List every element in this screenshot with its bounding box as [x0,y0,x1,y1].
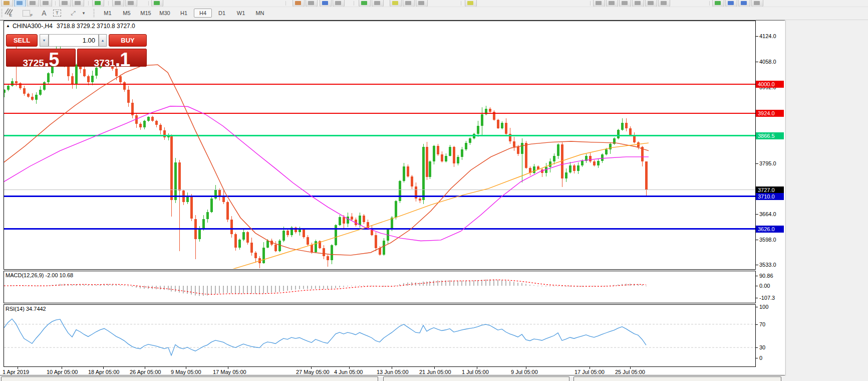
unknown-toolbar-icon[interactable] [359,0,371,7]
unknown-toolbar-icon[interactable] [403,0,415,7]
toolbar-separator [285,1,286,6]
toolbar-separator [461,1,461,6]
styles-dropdown[interactable]: ▾ [80,8,87,19]
unknown-toolbar-icon[interactable] [151,0,163,7]
rsi-tick-mark [756,307,758,307]
unknown-toolbar-icon[interactable] [632,0,644,7]
unknown-toolbar-icon[interactable] [59,0,71,7]
icon-tint [308,1,314,5]
unknown-toolbar-icon[interactable] [645,0,657,7]
unknown-toolbar-icon[interactable] [658,0,670,7]
timeframe-button-mn[interactable]: MN [251,9,269,18]
unknown-toolbar-icon[interactable] [72,0,84,7]
text-label-tool[interactable]: A [39,8,49,19]
workspace-background [785,20,868,376]
unknown-toolbar-icon[interactable] [416,0,428,7]
macd-tick-mark [756,286,758,286]
unknown-toolbar-icon[interactable] [738,0,750,7]
timeframe-button-w1[interactable]: W1 [232,9,250,18]
unknown-toolbar-icon[interactable] [14,0,26,7]
macd-pane[interactable] [4,271,756,303]
crayons-icon [4,8,13,16]
toolbar-drag-handle[interactable] [1,9,3,17]
icon-tint [295,1,301,5]
icon-tint [17,1,23,5]
chart-title: ▲CHINA300-,H43718.8 3729.2 3710.8 3727.0 [6,23,135,30]
graphic-objects-icon[interactable]: E [4,8,17,19]
icon-tint [361,1,367,5]
unknown-toolbar-icon[interactable] [593,0,605,7]
ohlc-values: 3718.8 3729.2 3710.8 3727.0 [57,23,135,30]
price-level-tag: 3626.0 [756,226,784,233]
unknown-toolbar-icon[interactable] [320,0,332,7]
price-tick-mark [756,240,758,240]
text-box-tool[interactable]: T [51,8,63,19]
object-styles-tool[interactable]: ⤢ [67,8,79,19]
unknown-toolbar-icon[interactable] [619,0,631,7]
timeframe-button-h1[interactable]: H1 [175,9,193,18]
unknown-toolbar-icon[interactable] [725,0,737,7]
icon-tint [741,1,747,5]
unknown-toolbar-icon[interactable] [372,0,384,7]
minimized-window-edge[interactable] [1,376,378,381]
rsi-tick-label: 30 [759,344,765,351]
timeframe-button-m30[interactable]: M30 [156,9,174,18]
timeframe-button-m5[interactable]: M5 [118,9,136,18]
toolbar-drag-handle[interactable] [93,9,95,17]
volume-increase-button[interactable]: ▲ [99,34,107,47]
unknown-toolbar-icon[interactable] [606,0,618,7]
unknown-toolbar-icon[interactable] [293,0,305,7]
icon-tint [128,1,134,5]
unknown-toolbar-icon[interactable] [751,0,763,7]
volume-decrease-button[interactable]: ▼ [40,34,49,47]
unknown-toolbar-icon[interactable] [112,0,124,7]
macd-tick-label: 0.00 [759,283,770,289]
minimized-window-edge[interactable] [573,376,781,381]
icon-tint [115,1,121,5]
icon-tint [661,1,667,5]
unknown-toolbar-icon[interactable] [712,0,724,7]
date-tick-mark [392,367,392,369]
rsi-pane[interactable] [4,304,756,367]
style-arrows-icon: ⤢ [71,10,76,17]
icon-tint [467,1,473,5]
grid-tool-icon[interactable]: F [21,8,34,19]
minimized-window-edge[interactable] [383,376,569,381]
date-label: 1 Jul 05:00 [462,369,489,375]
unknown-toolbar-icon[interactable] [27,0,39,7]
price-tick-label: 3533.0 [759,261,776,268]
collapse-triangle-icon[interactable]: ▲ [6,24,10,28]
buy-button[interactable]: BUY [109,34,147,47]
unknown-toolbar-icon[interactable] [40,0,52,7]
rsi-name: RSI(14) [6,306,25,312]
timeframe-button-h4[interactable]: H4 [194,9,212,18]
rsi-tick-mark [756,324,758,325]
unknown-toolbar-icon[interactable] [1,0,13,7]
icon-tint [728,1,734,5]
date-tick-mark [477,367,477,369]
unknown-toolbar-icon[interactable] [92,0,104,7]
volume-input[interactable] [49,34,99,47]
timeframe-button-m1[interactable]: M1 [99,9,117,18]
timeframe-button-m15[interactable]: M15 [137,9,155,18]
sell-button-label: SELL [14,37,30,44]
unknown-toolbar-icon[interactable] [333,0,345,7]
unknown-toolbar-icon[interactable] [465,0,477,7]
unknown-toolbar-icon[interactable] [390,0,402,7]
price-tick-label: 3664.0 [759,211,776,218]
chevron-down-icon: ▾ [83,11,85,16]
date-label: 21 Jun 05:00 [419,369,451,375]
bid-price-box[interactable]: 3725 .5 [6,49,76,67]
ask-price-box[interactable]: 3731 .1 [77,49,147,67]
date-tick-mark [18,367,18,369]
sell-button[interactable]: SELL [6,34,38,47]
toolbar-row-top [0,0,868,7]
icon-tint [754,1,760,5]
date-tick-mark [630,367,631,369]
timeframe-button-d1[interactable]: D1 [213,9,231,18]
toolbar-separator [108,1,109,6]
grid-icon [23,10,30,17]
icon-tint [4,1,10,5]
unknown-toolbar-icon[interactable] [306,0,318,7]
unknown-toolbar-icon[interactable] [125,0,137,7]
